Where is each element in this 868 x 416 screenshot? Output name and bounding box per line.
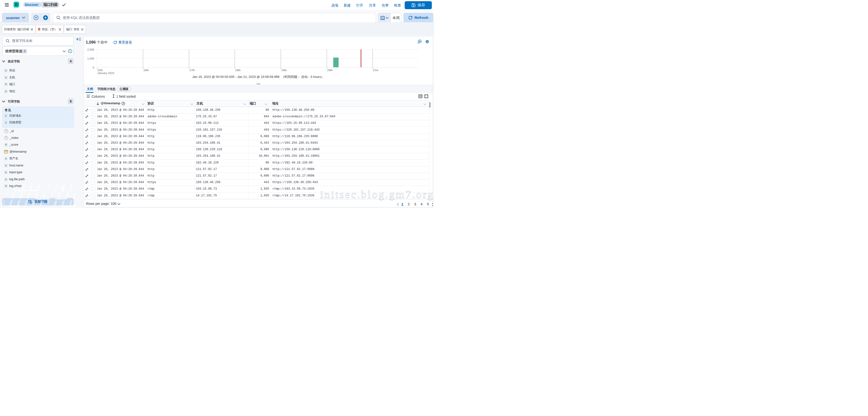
svg-text:?: ? [6, 130, 7, 133]
svg-text:?: ? [6, 137, 7, 139]
svg-text:Discover: Discover [25, 3, 38, 6]
